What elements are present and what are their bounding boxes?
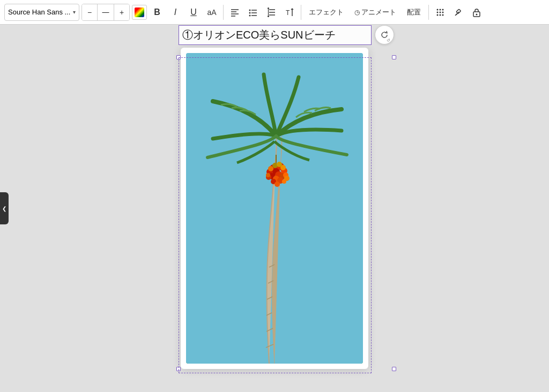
- left-panel-toggle[interactable]: ❮: [0, 192, 9, 224]
- svg-point-20: [440, 11, 441, 13]
- resize-handle-top-left[interactable]: [176, 55, 181, 59]
- grid-button[interactable]: [432, 4, 448, 20]
- tools-icon: [454, 7, 463, 17]
- arrange-button[interactable]: 配置: [403, 4, 425, 20]
- svg-point-4: [249, 9, 251, 11]
- lock-button[interactable]: [469, 4, 485, 20]
- svg-line-27: [456, 14, 457, 15]
- animate-label: アニメート: [361, 7, 396, 17]
- resize-handle-bottom-right[interactable]: [392, 367, 396, 371]
- align-left-button[interactable]: [227, 4, 243, 20]
- svg-point-17: [440, 9, 441, 10]
- text-element[interactable]: ①オリオンECO美らSUNビーチ: [179, 25, 372, 45]
- svg-point-6: [249, 12, 251, 13]
- svg-rect-26: [456, 9, 461, 13]
- svg-point-56: [282, 179, 286, 184]
- text-direction-icon: T: [285, 7, 294, 17]
- document-canvas: ①オリオンECO美らSUNビーチ ↺: [181, 48, 368, 369]
- font-size-group: − — +: [81, 4, 130, 21]
- rotate-handle[interactable]: ↺: [375, 25, 394, 44]
- document-image: [186, 53, 363, 364]
- animate-icon: ◷: [354, 9, 360, 16]
- align-left-icon: [230, 7, 240, 17]
- lock-icon: [472, 7, 481, 17]
- font-size-value: —: [97, 4, 114, 20]
- rotate-handle-dot: ↺: [387, 38, 390, 43]
- font-name-label: Source Han Sans ...: [8, 8, 71, 16]
- svg-point-24: [442, 14, 444, 16]
- svg-point-22: [437, 14, 439, 16]
- text-content: ①オリオンECO美らSUNビーチ: [182, 29, 336, 41]
- font-selector[interactable]: Source Han Sans ... ▾: [4, 4, 79, 21]
- svg-point-21: [442, 11, 444, 13]
- svg-point-19: [437, 11, 439, 13]
- size-toggle-button[interactable]: aA: [204, 4, 220, 20]
- svg-point-55: [266, 173, 270, 177]
- effects-button[interactable]: エフェクト: [305, 4, 348, 20]
- line-spacing-icon: [266, 7, 276, 17]
- text-direction-button[interactable]: T: [281, 4, 298, 20]
- text-color-button[interactable]: [132, 5, 147, 20]
- font-selector-chevron: ▾: [73, 9, 76, 15]
- line-spacing-button[interactable]: [263, 4, 279, 20]
- canvas-area: ❮ ①オリオンECO美らSUNビーチ ↺: [0, 25, 549, 392]
- svg-text:T: T: [286, 9, 290, 17]
- font-size-increase-button[interactable]: +: [114, 4, 129, 20]
- svg-point-52: [268, 166, 273, 171]
- divider-2: [301, 5, 301, 20]
- svg-point-23: [440, 14, 441, 16]
- italic-button[interactable]: I: [167, 4, 183, 20]
- bullet-list-button[interactable]: [245, 4, 261, 20]
- divider-3: [428, 5, 429, 20]
- svg-point-8: [249, 14, 251, 16]
- bold-button[interactable]: B: [149, 4, 165, 20]
- divider-1: [223, 5, 224, 20]
- svg-point-51: [274, 182, 280, 187]
- resize-handle-bottom-left[interactable]: [176, 367, 181, 371]
- animate-button[interactable]: ◷ アニメート: [350, 4, 400, 20]
- color-swatch: [135, 7, 144, 17]
- tools-button[interactable]: [450, 4, 466, 20]
- bullet-list-icon: [248, 7, 258, 17]
- resize-handle-top-right[interactable]: [392, 55, 396, 59]
- underline-button[interactable]: U: [186, 4, 202, 20]
- svg-point-29: [476, 13, 478, 15]
- grid-icon: [435, 7, 445, 17]
- toolbar: Source Han Sans ... ▾ − — + B I U aA: [0, 0, 549, 25]
- svg-point-58: [277, 162, 282, 167]
- svg-point-16: [437, 9, 439, 10]
- panel-toggle-arrow: ❮: [2, 206, 6, 212]
- palm-tree-svg: [186, 53, 363, 364]
- font-size-decrease-button[interactable]: −: [82, 4, 97, 20]
- svg-point-18: [442, 9, 444, 10]
